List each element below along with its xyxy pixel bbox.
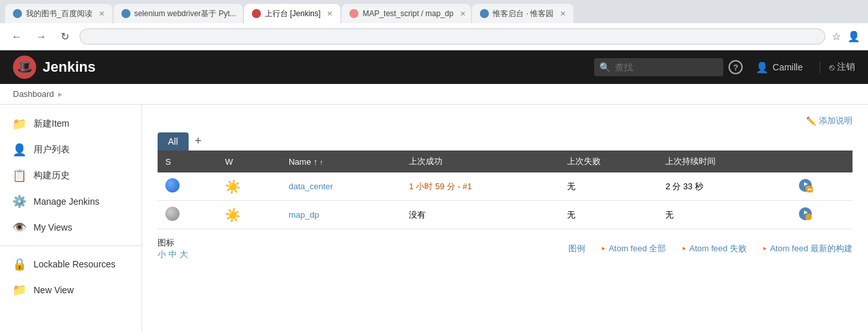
tab-icon-5 (480, 9, 489, 18)
table-row: ☀️ map_dp 没有 无 无 (158, 201, 852, 229)
last-duration-1: 2 分 33 秒 (665, 182, 703, 191)
sidebar-item-build-history[interactable]: 📋 构建历史 (0, 163, 141, 189)
icon-size-large[interactable]: 大 (180, 249, 188, 260)
bookmark-button[interactable]: ☆ (832, 30, 841, 43)
atom-feed-all-label: Atom feed 全部 (608, 243, 666, 254)
schedule-icon-1[interactable]: ⏩ (798, 178, 813, 193)
tab-close-4[interactable]: ✕ (460, 10, 466, 18)
tab-2[interactable]: selenium webdriver基于 Pyt... ✕ (114, 4, 243, 23)
tab-close-3[interactable]: ✕ (327, 10, 333, 18)
icon-size-medium[interactable]: 中 (169, 249, 177, 260)
sidebar-bottom: 🔒 Lockable Resources 📁 New View (0, 245, 141, 303)
atom-feed-latest-link[interactable]: ‣ Atom feed 最新的构建 (762, 243, 852, 254)
build-history-icon: 📋 (12, 168, 27, 183)
sidebar-label-users: 用户列表 (34, 144, 70, 156)
atom-feed-all-link[interactable]: ‣ Atom feed 全部 (601, 243, 666, 254)
main-layout: 📁 新建Item 👤 用户列表 📋 构建历史 ⚙️ Manage Jenkins… (0, 105, 868, 332)
address-input[interactable]: localhost:8080/jenkins/ (79, 28, 825, 45)
tab-5[interactable]: 惟客启台 · 惟客园 ✕ (472, 4, 574, 23)
sidebar-item-manage-jenkins[interactable]: ⚙️ Manage Jenkins (0, 189, 141, 214)
back-button[interactable]: ← (8, 30, 26, 44)
tab-close-5[interactable]: ✕ (560, 10, 566, 18)
status-cell-1 (158, 172, 217, 201)
add-description-link[interactable]: ✏️ 添加说明 (806, 115, 852, 127)
col-last-success: 上次成功 (401, 150, 559, 172)
weather-sun-icon-2: ☀️ (225, 207, 241, 223)
jenkins-title: Jenkins (43, 59, 96, 76)
tabs-bar: All + (158, 132, 852, 150)
tab-3[interactable]: 上行台 [Jenkins] ✕ (244, 4, 341, 23)
job-link-1[interactable]: data_center (289, 182, 333, 191)
weather-sun-icon-1: ☀️ (225, 179, 241, 194)
col-s: S (158, 150, 217, 172)
name-cell-1: data_center (281, 172, 401, 201)
tab-4[interactable]: MAP_test_script / map_dp ✕ (342, 4, 471, 23)
user-icon: 👤 (756, 61, 769, 74)
sidebar-label-new-view: New View (34, 285, 74, 295)
tab-label-3: 上行台 [Jenkins] (265, 8, 321, 19)
svg-point-6 (805, 214, 812, 220)
duration-cell-1: 2 分 33 秒 (657, 172, 790, 201)
col-name[interactable]: Name ↑ (281, 150, 401, 172)
status-ball-grey (165, 207, 180, 221)
tab-1[interactable]: 我的图书_百度阅读 ✕ (5, 4, 112, 23)
schedule-icon-2[interactable] (798, 206, 813, 222)
content-area: ✏️ 添加说明 All + S W Name ↑ 上次成功 上次失败 上次持续时… (142, 105, 868, 332)
refresh-button[interactable]: ↻ (57, 29, 73, 44)
sidebar-item-users[interactable]: 👤 用户列表 (0, 137, 141, 163)
sidebar-item-new-view[interactable]: 📁 New View (0, 277, 141, 303)
breadcrumb-sep: ▸ (58, 89, 63, 99)
users-icon: 👤 (12, 142, 27, 158)
sidebar-label-my-views: My Views (34, 222, 72, 233)
atom-feed-failure-link[interactable]: ‣ Atom feed 失败 (681, 243, 747, 254)
job-link-2[interactable]: map_dp (289, 210, 319, 220)
add-description-icon: ✏️ (806, 116, 816, 126)
header-logout[interactable]: ⎋ 注销 (820, 61, 855, 73)
new-view-icon: 📁 (12, 282, 27, 298)
name-cell-2: map_dp (281, 201, 401, 229)
sidebar-item-new-item[interactable]: 📁 新建Item (0, 111, 141, 137)
col-last-failure: 上次失败 (559, 150, 658, 172)
jenkins-header: 🎩 Jenkins 🔍 ? 👤 Camille ⎋ 注销 (0, 50, 868, 84)
profile-button[interactable]: 👤 (847, 30, 860, 43)
search-input[interactable] (594, 58, 723, 76)
sidebar-item-my-views[interactable]: 👁️ My Views (0, 214, 141, 240)
status-ball-blue (165, 178, 180, 192)
last-failure-1: 无 (567, 182, 575, 191)
tab-all[interactable]: All (158, 132, 189, 150)
sidebar-label-lockable: Lockable Resources (34, 259, 116, 269)
lockable-icon: 🔒 (12, 256, 27, 272)
footer-links: 图例 ‣ Atom feed 全部 ‣ Atom feed 失败 ‣ Atom … (568, 243, 852, 254)
rss-icon-all: ‣ (601, 244, 606, 254)
tab-add-button[interactable]: + (189, 132, 209, 150)
forward-button[interactable]: → (32, 30, 50, 44)
breadcrumb-dashboard[interactable]: Dashboard (13, 89, 54, 99)
username-label: Camille (772, 62, 803, 72)
search-wrap: 🔍 (594, 58, 723, 76)
legend-link[interactable]: 图例 (568, 243, 585, 254)
icon-size-label: 图标 (158, 238, 174, 247)
atom-feed-failure-label: Atom feed 失败 (689, 243, 747, 254)
status-cell-2 (158, 201, 217, 229)
help-icon[interactable]: ? (728, 60, 743, 74)
action-cell-2 (790, 201, 852, 229)
logout-label: 注销 (837, 61, 855, 73)
icon-size-small[interactable]: 小 (158, 249, 166, 260)
table-footer: 图标 小 中 大 图例 ‣ Atom feed 全部 ‣ Atom feed 失… (158, 237, 852, 260)
jenkins-logo: 🎩 Jenkins (13, 56, 96, 79)
legend-label: 图例 (568, 243, 585, 254)
svg-text:⏩: ⏩ (807, 186, 813, 192)
weather-cell-1: ☀️ (217, 172, 281, 201)
tab-close-1[interactable]: ✕ (99, 10, 105, 18)
table-body: ☀️ data_center 1 小时 59 分 - #1 无 2 分 33 秒 (158, 172, 852, 229)
action-cell-1: ⏩ (790, 172, 852, 201)
browser-tabs: 我的图书_百度阅读 ✕ selenium webdriver基于 Pyt... … (0, 0, 868, 23)
table-row: ☀️ data_center 1 小时 59 分 - #1 无 2 分 33 秒 (158, 172, 852, 201)
sidebar-label-manage: Manage Jenkins (34, 196, 99, 207)
jenkins-logo-icon: 🎩 (13, 56, 36, 79)
breadcrumb: Dashboard ▸ (0, 84, 868, 105)
sidebar-item-lockable[interactable]: 🔒 Lockable Resources (0, 251, 141, 277)
tab-icon-3 (252, 9, 261, 18)
new-item-icon: 📁 (12, 116, 27, 132)
header-user[interactable]: 👤 Camille (756, 61, 803, 74)
